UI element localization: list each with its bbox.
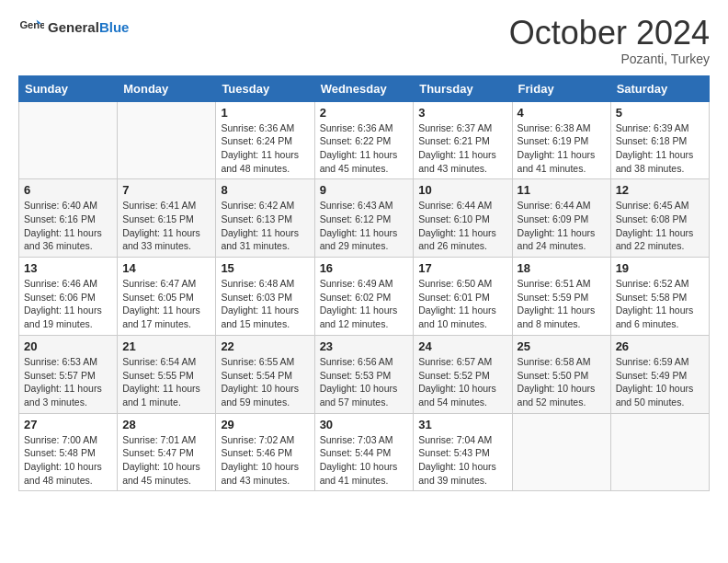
cell-sun-info: Sunrise: 6:40 AMSunset: 6:16 PMDaylight:… xyxy=(24,199,112,253)
cell-sun-info: Sunrise: 6:58 AMSunset: 5:50 PMDaylight:… xyxy=(518,355,606,409)
day-number: 13 xyxy=(24,261,112,275)
header-saturday: Saturday xyxy=(610,75,709,101)
calendar-cell: 11Sunrise: 6:44 AMSunset: 6:09 PMDayligh… xyxy=(512,179,610,258)
calendar-cell: 2Sunrise: 6:36 AMSunset: 6:22 PMDaylight… xyxy=(314,101,414,179)
calendar-cell: 8Sunrise: 6:42 AMSunset: 6:13 PMDaylight… xyxy=(216,179,314,258)
calendar-cell: 16Sunrise: 6:49 AMSunset: 6:02 PMDayligh… xyxy=(314,258,414,336)
title-area: October 2024 Pozanti, Turkey xyxy=(509,15,710,66)
calendar-cell: 25Sunrise: 6:58 AMSunset: 5:50 PMDayligh… xyxy=(512,335,610,413)
cell-sun-info: Sunrise: 6:37 AMSunset: 6:21 PMDaylight:… xyxy=(418,121,506,176)
calendar-cell xyxy=(19,101,118,179)
cell-sun-info: Sunrise: 6:55 AMSunset: 5:54 PMDaylight:… xyxy=(221,355,309,409)
day-number: 29 xyxy=(221,418,309,431)
cell-sun-info: Sunrise: 7:02 AMSunset: 5:46 PMDaylight:… xyxy=(221,433,309,488)
calendar-cell: 3Sunrise: 6:37 AMSunset: 6:21 PMDaylight… xyxy=(414,101,512,179)
week-row-0: 1Sunrise: 6:36 AMSunset: 6:24 PMDaylight… xyxy=(19,101,710,179)
day-number: 11 xyxy=(518,183,606,197)
day-number: 3 xyxy=(418,106,506,120)
day-number: 27 xyxy=(24,418,112,431)
header: General GeneralBlue October 2024 Pozanti… xyxy=(18,15,710,66)
day-number: 8 xyxy=(221,183,309,197)
cell-sun-info: Sunrise: 6:52 AMSunset: 5:58 PMDaylight:… xyxy=(616,277,704,331)
calendar-cell: 26Sunrise: 6:59 AMSunset: 5:49 PMDayligh… xyxy=(610,335,709,413)
day-number: 19 xyxy=(616,261,704,275)
location-subtitle: Pozanti, Turkey xyxy=(509,52,710,66)
day-number: 26 xyxy=(616,339,704,353)
cell-sun-info: Sunrise: 6:47 AMSunset: 6:05 PMDaylight:… xyxy=(122,277,210,331)
cell-sun-info: Sunrise: 7:04 AMSunset: 5:43 PMDaylight:… xyxy=(418,433,506,488)
day-number: 5 xyxy=(616,106,704,120)
calendar-cell: 13Sunrise: 6:46 AMSunset: 6:06 PMDayligh… xyxy=(19,258,118,336)
calendar-cell: 28Sunrise: 7:01 AMSunset: 5:47 PMDayligh… xyxy=(118,413,216,491)
cell-sun-info: Sunrise: 6:43 AMSunset: 6:12 PMDaylight:… xyxy=(320,199,409,253)
cell-sun-info: Sunrise: 6:56 AMSunset: 5:53 PMDaylight:… xyxy=(320,355,409,409)
month-title: October 2024 xyxy=(509,15,710,52)
day-number: 1 xyxy=(221,106,309,120)
cell-sun-info: Sunrise: 6:45 AMSunset: 6:08 PMDaylight:… xyxy=(616,199,704,253)
week-row-2: 13Sunrise: 6:46 AMSunset: 6:06 PMDayligh… xyxy=(19,258,710,336)
cell-sun-info: Sunrise: 6:59 AMSunset: 5:49 PMDaylight:… xyxy=(616,355,704,409)
day-number: 9 xyxy=(320,183,409,197)
cell-sun-info: Sunrise: 6:53 AMSunset: 5:57 PMDaylight:… xyxy=(24,355,112,409)
svg-text:General: General xyxy=(19,19,44,30)
week-row-3: 20Sunrise: 6:53 AMSunset: 5:57 PMDayligh… xyxy=(19,335,710,413)
week-row-4: 27Sunrise: 7:00 AMSunset: 5:48 PMDayligh… xyxy=(19,413,710,491)
calendar-cell: 30Sunrise: 7:03 AMSunset: 5:44 PMDayligh… xyxy=(314,413,414,491)
cell-sun-info: Sunrise: 6:36 AMSunset: 6:22 PMDaylight:… xyxy=(320,121,409,176)
week-row-1: 6Sunrise: 6:40 AMSunset: 6:16 PMDaylight… xyxy=(19,179,710,258)
day-number: 14 xyxy=(122,261,210,275)
cell-sun-info: Sunrise: 6:51 AMSunset: 5:59 PMDaylight:… xyxy=(518,277,606,331)
day-number: 25 xyxy=(518,339,606,353)
calendar-cell: 22Sunrise: 6:55 AMSunset: 5:54 PMDayligh… xyxy=(216,335,314,413)
calendar-cell: 29Sunrise: 7:02 AMSunset: 5:46 PMDayligh… xyxy=(216,413,314,491)
day-number: 12 xyxy=(616,183,704,197)
logo: General GeneralBlue xyxy=(18,15,129,40)
cell-sun-info: Sunrise: 6:57 AMSunset: 5:52 PMDaylight:… xyxy=(418,355,506,409)
day-number: 30 xyxy=(320,418,409,431)
day-number: 20 xyxy=(24,339,112,353)
calendar-cell: 31Sunrise: 7:04 AMSunset: 5:43 PMDayligh… xyxy=(414,413,512,491)
calendar-table: SundayMondayTuesdayWednesdayThursdayFrid… xyxy=(18,75,710,492)
day-number: 24 xyxy=(418,339,506,353)
calendar-cell: 18Sunrise: 6:51 AMSunset: 5:59 PMDayligh… xyxy=(512,258,610,336)
cell-sun-info: Sunrise: 6:36 AMSunset: 6:24 PMDaylight:… xyxy=(221,121,309,176)
calendar-cell xyxy=(512,413,610,491)
cell-sun-info: Sunrise: 6:44 AMSunset: 6:09 PMDaylight:… xyxy=(518,199,606,253)
calendar-cell: 12Sunrise: 6:45 AMSunset: 6:08 PMDayligh… xyxy=(610,179,709,258)
cell-sun-info: Sunrise: 6:44 AMSunset: 6:10 PMDaylight:… xyxy=(418,199,506,253)
calendar-cell: 27Sunrise: 7:00 AMSunset: 5:48 PMDayligh… xyxy=(19,413,118,491)
header-sunday: Sunday xyxy=(19,75,118,101)
cell-sun-info: Sunrise: 6:41 AMSunset: 6:15 PMDaylight:… xyxy=(122,199,210,253)
calendar-cell: 7Sunrise: 6:41 AMSunset: 6:15 PMDaylight… xyxy=(118,179,216,258)
cell-sun-info: Sunrise: 6:50 AMSunset: 6:01 PMDaylight:… xyxy=(418,277,506,331)
header-wednesday: Wednesday xyxy=(314,75,414,101)
calendar-cell: 15Sunrise: 6:48 AMSunset: 6:03 PMDayligh… xyxy=(216,258,314,336)
day-number: 31 xyxy=(418,418,506,431)
cell-sun-info: Sunrise: 7:00 AMSunset: 5:48 PMDaylight:… xyxy=(24,433,112,488)
day-number: 4 xyxy=(518,106,606,120)
cell-sun-info: Sunrise: 6:48 AMSunset: 6:03 PMDaylight:… xyxy=(221,277,309,331)
cell-sun-info: Sunrise: 6:42 AMSunset: 6:13 PMDaylight:… xyxy=(221,199,309,253)
day-number: 16 xyxy=(320,261,409,275)
cell-sun-info: Sunrise: 7:01 AMSunset: 5:47 PMDaylight:… xyxy=(122,433,210,488)
day-number: 15 xyxy=(221,261,309,275)
cell-sun-info: Sunrise: 6:46 AMSunset: 6:06 PMDaylight:… xyxy=(24,277,112,331)
calendar-header-row: SundayMondayTuesdayWednesdayThursdayFrid… xyxy=(19,75,710,101)
day-number: 28 xyxy=(122,418,210,431)
calendar-cell xyxy=(118,101,216,179)
calendar-cell: 24Sunrise: 6:57 AMSunset: 5:52 PMDayligh… xyxy=(414,335,512,413)
header-thursday: Thursday xyxy=(414,75,512,101)
calendar-cell: 19Sunrise: 6:52 AMSunset: 5:58 PMDayligh… xyxy=(610,258,709,336)
calendar-cell: 14Sunrise: 6:47 AMSunset: 6:05 PMDayligh… xyxy=(118,258,216,336)
day-number: 10 xyxy=(418,183,506,197)
calendar-cell: 4Sunrise: 6:38 AMSunset: 6:19 PMDaylight… xyxy=(512,101,610,179)
header-tuesday: Tuesday xyxy=(216,75,314,101)
day-number: 23 xyxy=(320,339,409,353)
header-friday: Friday xyxy=(512,75,610,101)
day-number: 7 xyxy=(122,183,210,197)
cell-sun-info: Sunrise: 6:54 AMSunset: 5:55 PMDaylight:… xyxy=(122,355,210,409)
calendar-cell: 17Sunrise: 6:50 AMSunset: 6:01 PMDayligh… xyxy=(414,258,512,336)
day-number: 18 xyxy=(518,261,606,275)
cell-sun-info: Sunrise: 6:39 AMSunset: 6:18 PMDaylight:… xyxy=(616,121,704,176)
cell-sun-info: Sunrise: 7:03 AMSunset: 5:44 PMDaylight:… xyxy=(320,433,409,488)
